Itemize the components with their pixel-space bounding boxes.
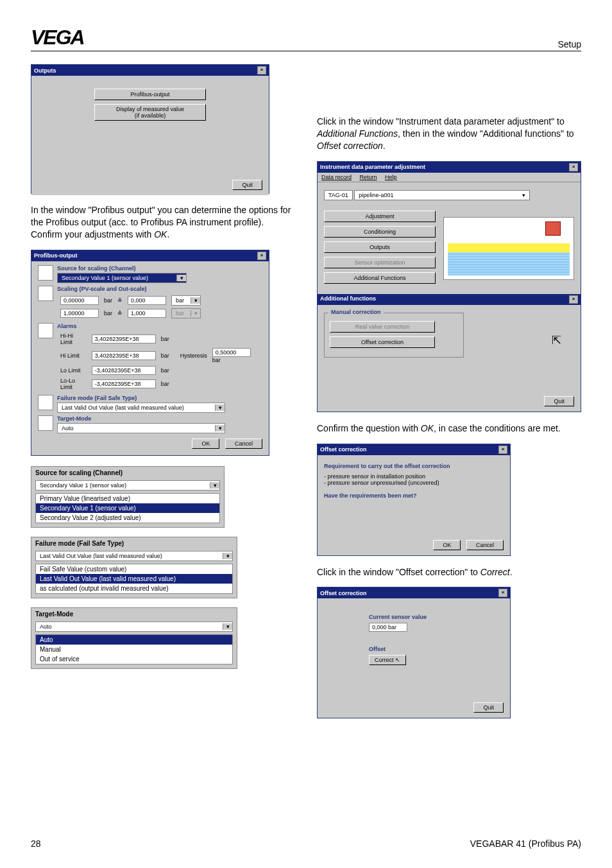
window-outputs: Outputs × Profibus-output Display of mea… [31, 64, 269, 194]
source-scaling-select[interactable]: Secondary Value 1 (sensor value)▾ [57, 273, 187, 283]
list-item[interactable]: Fail Safe Value (custom value) [36, 564, 232, 574]
source-scaling-label: Source for scaling (Channel) [57, 265, 262, 272]
cancel-button[interactable]: Cancel [466, 540, 504, 550]
hysteresis-input[interactable]: 0,50000 [212, 348, 251, 357]
offset-label: Offset [369, 646, 504, 652]
scale-icon [38, 286, 53, 301]
alarms-table: Hi-Hi Limit3,40282395E+38bar Hi Limit3,4… [57, 331, 262, 392]
list-item[interactable]: as calculated (output invalid measured v… [36, 584, 232, 593]
close-icon[interactable]: × [498, 446, 507, 454]
ok-button[interactable]: OK [433, 540, 461, 550]
panel-title: Failure mode (Fail Safe Type) [31, 537, 237, 548]
scale-in-1[interactable]: 1,00000 [60, 309, 99, 318]
lo-input[interactable]: -3,40282395E+38 [92, 366, 156, 375]
sensor-opt-button: Sensor optimization [324, 257, 436, 268]
chevron-down-icon: ▾ [215, 425, 225, 431]
failmode-icon [38, 395, 53, 410]
chevron-down-icon: ▾ [215, 404, 225, 411]
window-title: Offset correction [320, 590, 367, 596]
pipeline-select[interactable]: pipeline-a001▾ [354, 190, 530, 200]
close-icon[interactable]: × [569, 163, 578, 171]
list-item[interactable]: Auto [36, 635, 232, 645]
offset-correction-button[interactable]: Offset correction [330, 336, 435, 348]
target-mode-select-expanded[interactable]: Auto▾ [35, 621, 233, 632]
conditioning-button[interactable]: Conditioning [324, 226, 436, 238]
cursor-icon: ↖ [395, 657, 400, 663]
window-title: Offset correction [320, 446, 367, 453]
failure-mode-label: Failure mode (Fail Safe Type) [57, 395, 262, 401]
scale-out-1[interactable]: 1,000 [128, 309, 166, 318]
unit-select-0[interactable]: bar▾ [171, 295, 201, 306]
menu-help[interactable]: Help [385, 174, 397, 180]
close-icon[interactable]: × [569, 295, 578, 304]
quit-button[interactable]: Quit [232, 180, 262, 190]
panel-title: Target-Mode [31, 608, 237, 619]
body-text-r3: Click in the window "Offset correction" … [317, 566, 581, 578]
cursor-icon: ⇱ [552, 333, 561, 347]
body-text-r2: Confirm the question with OK, in case th… [317, 422, 581, 435]
quit-button[interactable]: Quit [544, 396, 574, 406]
menu-datarecord[interactable]: Data record [321, 174, 352, 180]
failure-mode-select[interactable]: Last Valid Out Value (last valid measure… [57, 403, 225, 413]
outputs-button[interactable]: Outputs [324, 241, 436, 253]
requirement-item: - pressure sensor in installation positi… [324, 473, 504, 480]
profibus-output-button[interactable]: Profibus-output [94, 89, 206, 100]
window-offset-requirements: Offset correction × Requirement to carry… [317, 444, 511, 556]
source-scaling-select-expanded[interactable]: Secondary Value 1 (sensor value)▾ [35, 480, 220, 490]
display-measured-button[interactable]: Display of measured value (if available) [94, 104, 206, 121]
label-sub: (if available) [135, 112, 166, 119]
hi-input[interactable]: 3,40282395E+38 [92, 351, 156, 360]
brand-logo: VEGA [31, 26, 84, 49]
unit-select-1[interactable]: bar▾ [171, 308, 201, 318]
correct-button[interactable]: Correct ↖ [369, 655, 406, 665]
ok-button[interactable]: OK [192, 438, 219, 449]
list-item[interactable]: Secondary Value 2 (adjusted value) [36, 513, 219, 523]
lolo-input[interactable]: -3,40282395E+38 [92, 379, 156, 388]
chevron-down-icon: ▾ [522, 192, 525, 198]
label: Display of measured value [116, 106, 184, 112]
window-profibus-output: Profibus-output × Source for scaling (Ch… [31, 250, 269, 456]
list-item[interactable]: Secondary Value 1 (sensor value) [36, 503, 219, 513]
failure-mode-options[interactable]: Fail Safe Value (custom value) Last Vali… [35, 564, 233, 594]
window-title: Additional functions [320, 295, 376, 304]
window-title: Instrument data parameter adjustment [320, 164, 425, 170]
target-icon [38, 415, 53, 431]
body-text-r1: Click in the window "Instrument data par… [317, 116, 581, 152]
scale-out-0[interactable]: 0,000 [128, 296, 166, 305]
doc-title: VEGABAR 41 (Profibus PA) [470, 838, 581, 849]
list-item[interactable]: Last Valid Out Value (last valid measure… [36, 574, 232, 584]
adjustment-button[interactable]: Adjustment [324, 211, 436, 222]
failure-mode-select-expanded[interactable]: Last Valid Out Value (last valid measure… [35, 551, 233, 561]
list-item[interactable]: Primary Value (linearised value) [36, 494, 219, 503]
source-scaling-options[interactable]: Primary Value (linearised value) Seconda… [35, 493, 220, 523]
target-mode-select[interactable]: Auto▾ [57, 423, 225, 433]
scale-in-0[interactable]: 0,00000 [60, 296, 99, 305]
close-icon[interactable]: × [498, 589, 507, 597]
tag-field: TAG-01 [324, 190, 353, 200]
close-icon[interactable]: × [257, 252, 266, 260]
requirement-item: - pressure sensor unpressurised (uncover… [324, 480, 504, 486]
manual-correction-group: Manual correction [328, 309, 384, 315]
body-text-1: In the window "Profibus output" you can … [31, 204, 291, 241]
cancel-button[interactable]: Cancel [225, 438, 262, 449]
hihi-input[interactable]: 3,40282395E+38 [92, 334, 156, 343]
menu-bar[interactable]: Data record Return Help [318, 173, 581, 182]
close-icon[interactable]: × [257, 66, 266, 74]
chart-icon [38, 265, 53, 281]
menu-return[interactable]: Return [360, 174, 377, 180]
panel-failure-mode: Failure mode (Fail Safe Type) Last Valid… [31, 537, 237, 598]
list-item[interactable]: Manual [36, 645, 232, 654]
target-mode-label: Target-Mode [57, 415, 262, 422]
list-item[interactable]: Out of service [36, 654, 232, 664]
window-title: Profibus-output [34, 252, 77, 259]
panel-target-mode: Target-Mode Auto▾ Auto Manual Out of ser… [31, 607, 237, 669]
quit-button[interactable]: Quit [473, 702, 504, 713]
requirement-heading: Requirement to carry out the offset corr… [324, 463, 504, 469]
window-title: Outputs [34, 67, 56, 74]
current-sensor-label: Current sensor value [369, 614, 504, 620]
additional-functions-button[interactable]: Additional Functions [324, 272, 436, 284]
current-sensor-value: 0,000 bar [369, 623, 407, 632]
scaling-table: 0,00000 bar≙ 0,000 bar▾ 1,00000 bar≙ 1,0… [57, 293, 204, 320]
target-mode-options[interactable]: Auto Manual Out of service [35, 634, 233, 664]
real-value-correction-button: Real value correction [330, 321, 435, 333]
